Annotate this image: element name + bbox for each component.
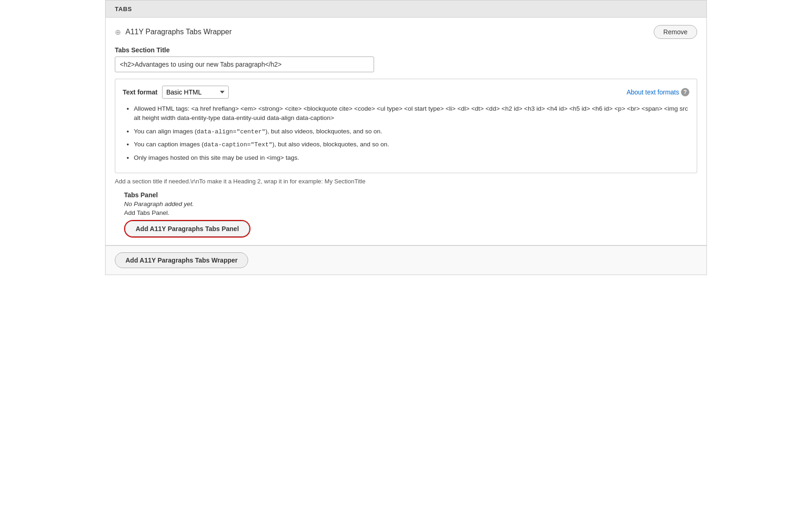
format-info-item-3: You can caption images (data-caption="Te… (134, 140, 689, 150)
add-panel-button[interactable]: Add A11Y Paragraphs Tabs Panel (125, 221, 250, 237)
text-format-row: Text format Basic HTML Full HTML Restric… (123, 86, 689, 99)
help-icon[interactable]: ? (681, 88, 689, 96)
text-format-box: Text format Basic HTML Full HTML Restric… (115, 79, 697, 173)
wrapper-section: ⊕ A11Y Paragraphs Tabs Wrapper Remove Ta… (106, 18, 706, 245)
text-format-left: Text format Basic HTML Full HTML Restric… (123, 86, 229, 99)
bottom-section: Add A11Y Paragraphs Tabs Wrapper (106, 245, 706, 275)
tabs-panel-section: Tabs Panel No Paragraph added yet. Add T… (115, 191, 697, 245)
add-tabs-panel-text: Add Tabs Panel. (124, 209, 688, 216)
tabs-section-title-label: Tabs Section Title (115, 46, 697, 54)
text-format-label: Text format (123, 88, 157, 96)
page-wrapper: TABS ⊕ A11Y Paragraphs Tabs Wrapper Remo… (105, 0, 707, 275)
text-format-select[interactable]: Basic HTML Full HTML Restricted HTML Pla… (162, 86, 229, 99)
format-info-item-1: Allowed HTML tags: <a href hreflang> <em… (134, 104, 689, 123)
format-info-item-4: Only images hosted on this site may be u… (134, 153, 689, 163)
tabs-panel-label: Tabs Panel (124, 191, 688, 199)
tabs-section-title-input[interactable] (115, 56, 374, 72)
helper-text: Add a section title if needed.\r\nTo mak… (115, 178, 697, 185)
tabs-header: TABS (106, 0, 706, 18)
wrapper-title-text: A11Y Paragraphs Tabs Wrapper (125, 28, 231, 36)
no-paragraph-text: No Paragraph added yet. (124, 201, 688, 207)
about-text-formats-link[interactable]: About text formats ? (626, 88, 689, 96)
add-panel-button-wrapper: Add A11Y Paragraphs Tabs Panel (124, 220, 250, 238)
drag-handle-icon[interactable]: ⊕ (115, 28, 121, 37)
wrapper-title-left: ⊕ A11Y Paragraphs Tabs Wrapper (115, 28, 231, 37)
format-info: Allowed HTML tags: <a href hreflang> <em… (123, 104, 689, 163)
tabs-header-label: TABS (115, 6, 132, 13)
wrapper-title-row: ⊕ A11Y Paragraphs Tabs Wrapper Remove (115, 25, 697, 39)
about-text-formats-text: About text formats (626, 88, 679, 96)
format-info-list: Allowed HTML tags: <a href hreflang> <em… (123, 104, 689, 163)
add-wrapper-button[interactable]: Add A11Y Paragraphs Tabs Wrapper (115, 252, 248, 268)
format-info-item-2: You can align images (data-align="center… (134, 127, 689, 137)
remove-button[interactable]: Remove (654, 25, 697, 39)
tabs-section-title-group: Tabs Section Title (115, 46, 697, 72)
